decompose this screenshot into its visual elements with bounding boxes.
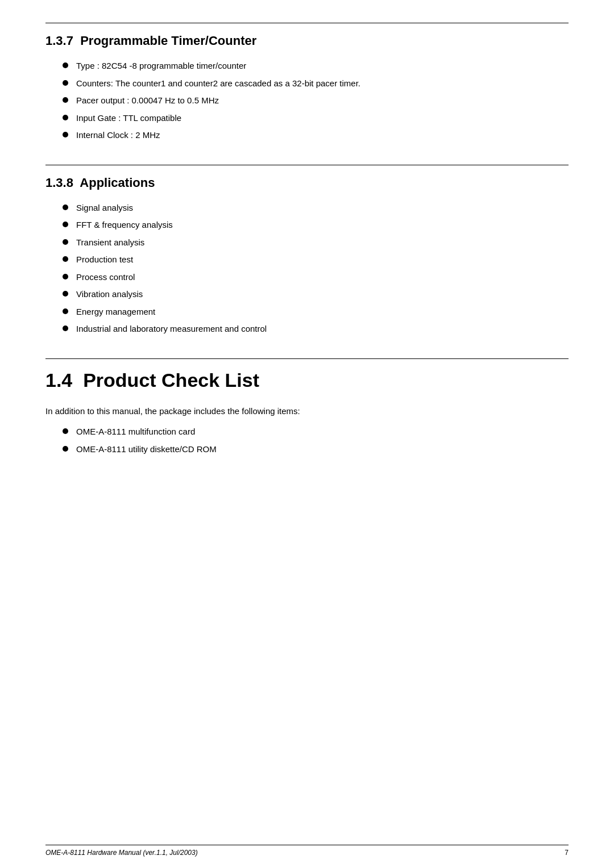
bullet-icon	[63, 97, 68, 103]
section-title-137: 1.3.7 Programmable Timer/Counter	[45, 34, 569, 48]
bullet-icon	[63, 80, 68, 86]
list-item: Pacer output : 0.00047 Hz to 0.5 MHz	[63, 94, 569, 107]
bullet-icon	[63, 446, 68, 452]
bullet-text: Industrial and laboratory measurement an…	[76, 323, 267, 336]
bullet-icon	[63, 308, 68, 314]
bullet-icon	[63, 274, 68, 279]
list-item: Input Gate : TTL compatible	[63, 112, 569, 125]
list-item: Vibration analysis	[63, 288, 569, 301]
bullet-text: Input Gate : TTL compatible	[76, 112, 181, 125]
section-number-137: 1.3.7	[45, 34, 73, 48]
section-heading-137: Programmable Timer/Counter	[80, 34, 256, 48]
section-number-14: 1.4	[45, 369, 72, 391]
list-item: FFT & frequency analysis	[63, 219, 569, 232]
bullet-text: FFT & frequency analysis	[76, 219, 173, 232]
bullet-icon	[63, 62, 68, 68]
bullet-text: OME-A-8111 multifunction card	[76, 425, 195, 439]
section-divider-2	[45, 165, 569, 165]
bullet-icon	[63, 222, 68, 227]
list-item: Process control	[63, 271, 569, 284]
bullet-icon	[63, 239, 68, 245]
page-footer: OME-A-8111 Hardware Manual (ver.1.1, Jul…	[45, 845, 569, 857]
footer-left: OME-A-8111 Hardware Manual (ver.1.1, Jul…	[45, 849, 198, 857]
list-item: Energy management	[63, 306, 569, 319]
bullet-text: Type : 82C54 -8 programmable timer/count…	[76, 60, 246, 73]
bullet-list-138: Signal analysis FFT & frequency analysis…	[63, 202, 569, 336]
intro-text: In addition to this manual, the package …	[45, 405, 569, 418]
list-item: Industrial and laboratory measurement an…	[63, 323, 569, 336]
bullet-text: Production test	[76, 253, 133, 266]
section-divider-3	[45, 358, 569, 359]
bullet-icon	[63, 428, 68, 434]
section-title-138: 1.3.8 Applications	[45, 176, 569, 190]
bullet-icon	[63, 115, 68, 120]
bullet-text: OME-A-8111 utility diskette/CD ROM	[76, 443, 217, 456]
page: 1.3.7 Programmable Timer/Counter Type : …	[0, 0, 614, 868]
section-programmable-timer: 1.3.7 Programmable Timer/Counter Type : …	[45, 23, 569, 142]
section-product-check-list: 1.4 Product Check List In addition to th…	[45, 358, 569, 456]
section-applications: 1.3.8 Applications Signal analysis FFT &…	[45, 165, 569, 336]
list-item: OME-A-8111 multifunction card	[63, 425, 569, 439]
list-item: Internal Clock : 2 MHz	[63, 129, 569, 142]
list-item: Counters: The counter1 and counter2 are …	[63, 77, 569, 90]
list-item: Signal analysis	[63, 202, 569, 215]
bullet-text: Signal analysis	[76, 202, 133, 215]
bullet-text: Counters: The counter1 and counter2 are …	[76, 77, 360, 90]
bullet-text: Energy management	[76, 306, 155, 319]
bullet-text: Internal Clock : 2 MHz	[76, 129, 160, 142]
section-heading-14: Product Check List	[83, 369, 259, 391]
list-item: Production test	[63, 253, 569, 266]
bullet-icon	[63, 256, 68, 262]
bullet-icon	[63, 132, 68, 137]
bullet-text: Pacer output : 0.00047 Hz to 0.5 MHz	[76, 94, 219, 107]
section-heading-138: Applications	[80, 176, 155, 190]
section-number-138: 1.3.8	[45, 176, 73, 190]
list-item: OME-A-8111 utility diskette/CD ROM	[63, 443, 569, 456]
bullet-list-137: Type : 82C54 -8 programmable timer/count…	[63, 60, 569, 142]
list-item: Type : 82C54 -8 programmable timer/count…	[63, 60, 569, 73]
bullet-icon	[63, 291, 68, 297]
footer-page-number: 7	[565, 849, 569, 857]
section-divider-1	[45, 23, 569, 23]
bullet-text: Transient analysis	[76, 236, 144, 249]
bullet-text: Process control	[76, 271, 135, 284]
bullet-icon	[63, 205, 68, 210]
bullet-text: Vibration analysis	[76, 288, 143, 301]
list-item: Transient analysis	[63, 236, 569, 249]
bullet-icon	[63, 326, 68, 331]
section-title-14: 1.4 Product Check List	[45, 369, 569, 391]
bullet-list-14: OME-A-8111 multifunction card OME-A-8111…	[63, 425, 569, 456]
